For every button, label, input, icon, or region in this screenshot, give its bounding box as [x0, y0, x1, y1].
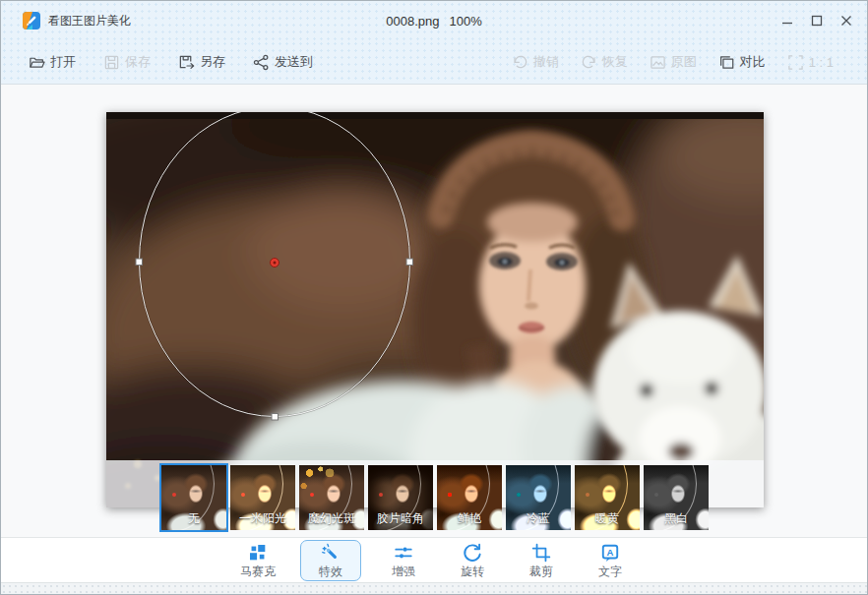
titlebar-left: 看图王图片美化	[23, 12, 131, 30]
save-button[interactable]: 保存	[103, 53, 151, 71]
bokeh-overlay	[299, 465, 364, 530]
tool-label: 旋转	[461, 565, 484, 577]
undo-icon	[512, 54, 528, 71]
save-as-button[interactable]: 另存	[178, 53, 225, 71]
compare-label: 对比	[740, 53, 766, 71]
redo-button[interactable]: 恢复	[581, 53, 628, 71]
original-image-label: 原图	[671, 53, 697, 71]
save-label: 保存	[125, 53, 151, 71]
mosaic-icon	[248, 543, 268, 563]
send-to-button[interactable]: 发送到	[253, 53, 313, 71]
filter-thumb-film-vignette[interactable]: 胶片暗角	[368, 465, 433, 530]
save-as-icon	[178, 54, 195, 71]
toolbar-left-group: 打开 保存 另存	[29, 53, 313, 71]
redo-label: 恢复	[602, 53, 628, 71]
sliders-icon	[394, 543, 413, 563]
save-icon	[103, 54, 120, 71]
send-to-label: 发送到	[275, 53, 313, 71]
undo-label: 撤销	[533, 53, 559, 71]
tool-label: 特效	[319, 565, 342, 577]
text-bubble-icon: A	[600, 543, 620, 563]
tool-nav: 马赛克 特效 增强	[1, 537, 867, 583]
filter-preview	[230, 465, 295, 530]
close-icon	[840, 15, 852, 27]
close-button[interactable]	[832, 1, 861, 40]
filename: 0008.png	[386, 14, 439, 29]
filter-preview	[506, 465, 571, 530]
tool-label: 文字	[598, 565, 622, 577]
compare-button[interactable]: 对比	[718, 53, 766, 71]
document-title: 0008.png 100%	[1, 1, 867, 40]
compare-icon	[718, 54, 735, 71]
crop-icon	[531, 543, 551, 563]
filter-preview	[368, 465, 433, 530]
save-as-label: 另存	[200, 53, 225, 71]
filter-thumb-warm-yellow[interactable]: 暖黄	[575, 465, 640, 530]
open-button[interactable]: 打开	[29, 53, 76, 71]
rotate-icon	[463, 543, 482, 563]
original-image-button[interactable]: 原图	[650, 53, 697, 71]
tool-label: 增强	[392, 565, 415, 577]
minimize-button[interactable]	[773, 1, 802, 40]
tool-label: 裁剪	[529, 565, 553, 577]
tool-mosaic[interactable]: 马赛克	[231, 540, 284, 581]
one-to-one-label: 1 : 1	[809, 55, 834, 70]
filter-thumb-vivid[interactable]: 鲜艳	[437, 465, 502, 530]
filter-preview	[644, 465, 709, 530]
app-logo-icon	[23, 12, 40, 30]
one-to-one-button[interactable]: 1 : 1	[787, 53, 834, 71]
filter-strip: 无 一米阳光 魔幻光斑 胶片暗角 鲜艳 冷蓝	[161, 465, 709, 530]
ellipse-selection[interactable]	[106, 112, 764, 507]
app-window: 看图王图片美化 0008.png 100% 打开	[0, 0, 868, 595]
tool-effects[interactable]: 特效	[300, 540, 361, 581]
undo-button[interactable]: 撤销	[512, 53, 559, 71]
filter-preview	[575, 465, 640, 530]
maximize-icon	[811, 15, 823, 27]
maximize-button[interactable]	[802, 1, 832, 40]
photo-canvas[interactable]	[106, 112, 764, 507]
open-label: 打开	[50, 53, 76, 71]
toolbar: 打开 保存 另存	[1, 40, 867, 85]
filter-preview	[161, 465, 226, 530]
minimize-icon	[781, 15, 793, 27]
share-icon	[253, 54, 270, 71]
original-image-icon	[650, 54, 666, 71]
titlebar: 看图王图片美化 0008.png 100%	[1, 1, 867, 40]
svg-text:A: A	[607, 547, 614, 558]
tool-label: 马赛克	[240, 565, 276, 577]
redo-icon	[581, 54, 597, 71]
tool-rotate[interactable]: 旋转	[446, 540, 499, 581]
tool-enhance[interactable]: 增强	[377, 540, 430, 581]
selection-handles[interactable]	[136, 259, 413, 420]
filter-preview	[437, 465, 502, 530]
app-title: 看图王图片美化	[48, 13, 131, 30]
tool-crop[interactable]: 裁剪	[515, 540, 568, 581]
one-to-one-icon	[787, 54, 804, 71]
filter-thumb-cool-blue[interactable]: 冷蓝	[506, 465, 571, 530]
tool-text[interactable]: A 文字	[584, 540, 637, 581]
window-footer	[1, 583, 867, 594]
zoom-level: 100%	[449, 14, 481, 29]
magic-wand-icon	[321, 543, 341, 563]
selection-center-marker[interactable]	[271, 259, 279, 268]
filter-thumb-magic-bokeh[interactable]: 魔幻光斑	[299, 465, 364, 530]
filter-thumb-black-white[interactable]: 黑白	[644, 465, 709, 530]
filter-thumb-none[interactable]: 无	[161, 465, 226, 530]
filter-thumb-sunshine[interactable]: 一米阳光	[230, 465, 295, 530]
toolbar-right-group: 撤销 恢复 原图	[512, 53, 834, 71]
editor-canvas: 无 一米阳光 魔幻光斑 胶片暗角 鲜艳 冷蓝	[1, 85, 867, 537]
window-controls	[773, 1, 861, 40]
open-folder-icon	[29, 54, 45, 71]
